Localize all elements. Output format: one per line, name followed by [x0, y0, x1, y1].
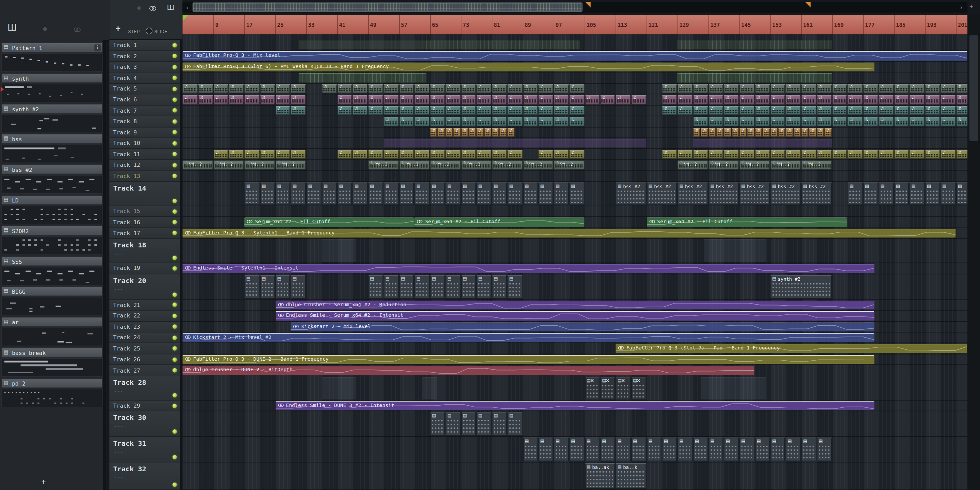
pattern-clip[interactable]: ♫ [732, 128, 739, 137]
pattern-clip[interactable]: ♫ [708, 117, 724, 126]
track-header[interactable]: Track 15 [109, 206, 180, 217]
pattern-item[interactable]: ▤SSS [2, 256, 103, 266]
pattern-clip[interactable]: ♫ [740, 150, 754, 159]
pattern-clip[interactable]: ♫ [508, 150, 522, 159]
pattern-clip[interactable]: ♫ [801, 84, 816, 94]
pattern-clip[interactable]: ♫ [260, 95, 275, 105]
track-mute-led[interactable] [172, 174, 177, 178]
pattern-clip[interactable]: ▤ [492, 275, 507, 299]
pattern-clip[interactable]: ♫ [538, 95, 553, 105]
pattern-clip[interactable]: ♫ [399, 117, 414, 126]
pattern-clip[interactable]: ▤ [786, 438, 801, 461]
pattern-clip[interactable]: ♫ [414, 117, 430, 126]
track-mute-led[interactable] [172, 404, 177, 408]
automation-clip[interactable]: Endless Smile - DUNE 3 #2 - Intensit [275, 401, 874, 410]
vertical-scrollbar[interactable] [967, 15, 980, 490]
pattern-clip[interactable]: ♫ [894, 150, 909, 159]
pattern-clip[interactable]: ♫ [399, 84, 414, 94]
pattern-clip[interactable]: ♫ [956, 117, 967, 126]
link-icon[interactable] [74, 27, 81, 32]
pattern-clip[interactable]: ▤ [631, 438, 646, 461]
pattern-clip[interactable]: ▤ [863, 182, 878, 205]
pattern-clip[interactable]: ♫PM..2 [430, 161, 460, 170]
pattern-clip[interactable]: ▤ [445, 182, 460, 205]
pattern-clip[interactable]: ♫ [878, 95, 894, 105]
automation-clip[interactable]: FabFilter Pro-Q 3 - Mix level [182, 51, 967, 60]
pattern-preview[interactable] [2, 84, 103, 102]
pattern-clip[interactable]: ♫ [956, 95, 967, 105]
track-header[interactable]: Track 32... [109, 463, 180, 490]
pattern-clip[interactable]: ♫ [848, 150, 862, 159]
pattern-clip[interactable]: ♫ [275, 150, 290, 159]
pattern-clip[interactable]: ♫ [337, 95, 352, 105]
track-mute-led[interactable] [172, 347, 177, 351]
pattern-clip[interactable]: ▤bss #2 [678, 182, 708, 205]
track-mute-led[interactable] [172, 152, 177, 156]
pattern-clip[interactable]: ♫ [878, 84, 894, 94]
pattern-clip[interactable]: ♫ [740, 84, 754, 94]
pattern-clip[interactable]: ♫ [956, 150, 967, 159]
pattern-clip[interactable]: ♫ [291, 95, 306, 105]
pattern-clip[interactable]: ♫ [817, 150, 832, 159]
pattern-clip[interactable]: ♫ [832, 95, 847, 105]
automation-clip[interactable]: Serum_x64 #2 - Fil Cutoff [414, 218, 584, 227]
track-header[interactable]: Track 4 [109, 73, 180, 84]
pattern-clip[interactable]: ♫ [414, 84, 430, 94]
pattern-clip[interactable]: ♫ [430, 128, 437, 137]
pattern-clip[interactable]: ▤ [956, 182, 967, 205]
pattern-clip[interactable]: ♫ [910, 95, 924, 105]
pattern-preview[interactable] [2, 114, 103, 133]
pattern-clip[interactable]: ♫ [910, 150, 924, 159]
track-header[interactable]: Track 25 [109, 343, 180, 354]
pattern-clip[interactable]: ♫ [662, 95, 677, 105]
pattern-clip[interactable]: ▤ [538, 438, 553, 461]
track-options[interactable]: ... [115, 193, 124, 199]
pattern-clip[interactable]: ▤ba..ak [585, 463, 615, 488]
pattern-clip[interactable]: ♫ [337, 84, 352, 94]
pattern-item[interactable]: ▤ar [2, 317, 103, 327]
pattern-clip[interactable]: ♫ [925, 150, 940, 159]
clip-ghost[interactable] [321, 240, 356, 262]
pattern-clip[interactable]: ▤ [492, 412, 507, 436]
pattern-clip[interactable]: ♫ [755, 95, 770, 105]
pattern-clip[interactable]: ♫ [693, 117, 708, 126]
pattern-clip[interactable]: ▤ [291, 182, 306, 205]
pattern-clip[interactable]: ♫ [538, 84, 553, 94]
pattern-clip[interactable]: ♫ [569, 84, 584, 94]
pattern-clip[interactable]: ♫ [213, 84, 228, 94]
pattern-clip[interactable]: ♫ [383, 84, 398, 94]
clip-ghost[interactable] [678, 40, 832, 50]
track-header[interactable]: Track 28... [109, 376, 180, 401]
scrollbar-thumb-minimap[interactable] [192, 2, 582, 12]
pattern-clip[interactable]: ▤bss #2 [708, 182, 739, 205]
pattern-clip[interactable]: ♫ [508, 84, 522, 94]
pattern-clip[interactable]: ▤ [569, 182, 584, 205]
pattern-clip[interactable]: ♫ [260, 84, 275, 94]
pattern-clip[interactable]: ♫ [430, 106, 445, 115]
pattern-clip[interactable]: ▤bss #2 [801, 182, 832, 205]
track-header[interactable]: Track 29 [109, 401, 180, 411]
track-mute-led[interactable] [172, 325, 177, 329]
pattern-clip[interactable]: ♫ [461, 95, 476, 105]
track-mute-led[interactable] [172, 43, 177, 47]
pattern-clip[interactable]: ♫ [740, 117, 754, 126]
pattern-clip[interactable]: ♫ [770, 95, 785, 105]
pattern-clip[interactable]: ▤ [554, 438, 569, 461]
pattern-clip[interactable]: ♫ [770, 117, 785, 126]
pattern-clip[interactable]: ♫ [430, 84, 445, 94]
clip-ghost[interactable] [426, 40, 580, 50]
pattern-clip[interactable]: ♫ [508, 128, 514, 137]
pattern-clip[interactable]: ♫ [910, 84, 924, 94]
pattern-clip[interactable]: ♫ [484, 128, 492, 137]
pattern-clip[interactable]: ♫ [755, 84, 770, 94]
pattern-clip[interactable]: ♫ [863, 95, 878, 105]
pattern-clip[interactable]: ♫ [538, 117, 553, 126]
pattern-clip[interactable]: ♫ [445, 150, 460, 159]
pattern-clip[interactable]: ♫ [569, 150, 584, 159]
track-header[interactable]: Track 23 [109, 321, 180, 332]
pattern-clip[interactable]: ♫ [678, 84, 692, 94]
pattern-clip[interactable]: ♫PM..2 [399, 161, 430, 170]
pattern-clip[interactable]: ♫ [832, 150, 847, 159]
pattern-clip[interactable]: ▤ [430, 275, 445, 299]
playlist-grid[interactable]: FabFilter Pro-Q 3 - Mix levelFabFilter P… [182, 34, 967, 490]
